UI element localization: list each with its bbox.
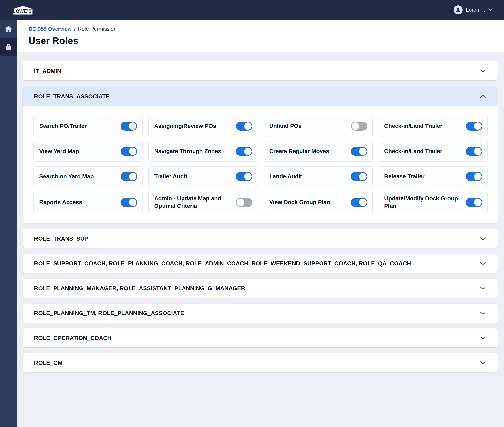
permission-label: Update/Modify Dock Group Plan (384, 195, 462, 210)
breadcrumb-separator: / (74, 26, 76, 32)
lowes-logo-icon: LOWE'S ® (13, 5, 33, 15)
toggle-admin-update-map-optimal-criteria[interactable] (236, 198, 252, 207)
toggle-knob (474, 148, 482, 155)
permission-label: Release Trailer (384, 173, 425, 180)
svg-text:LOWE'S: LOWE'S (13, 9, 32, 14)
toggle-view-yard-map[interactable] (121, 147, 137, 156)
permission-label: Trailer Audit (154, 173, 187, 180)
permission-label: View Yard Map (39, 148, 79, 155)
breadcrumb: DC 955 Overview / Role Permission (29, 26, 492, 32)
user-menu[interactable]: Lorem I. (454, 5, 493, 14)
toggle-check-in-land-trailer-2[interactable] (466, 147, 482, 156)
toggle-knob (244, 122, 252, 130)
permission-label: Navigate Through Zones (154, 148, 221, 155)
top-navbar: LOWE'S ® Lorem I. (0, 0, 504, 20)
permission-label: Admin - Update Map and Optimal Criteria (154, 195, 232, 210)
accordion-label: IT_ADMIN (34, 68, 61, 74)
chevron-down-icon (480, 287, 486, 290)
breadcrumb-current: Role Permission (78, 26, 117, 32)
permission-card: Check-in/Land Trailer (378, 141, 488, 162)
permission-label: Create Regular Moves (269, 148, 329, 155)
toggle-knob (474, 173, 482, 180)
accordion-it-admin[interactable]: IT_ADMIN (23, 61, 497, 80)
toggle-create-regular-moves[interactable] (351, 147, 367, 156)
permission-card: Unland POs (264, 116, 373, 136)
accordion-label: ROLE_TRANS_SUP (34, 236, 88, 242)
toggle-reports-access[interactable] (121, 198, 137, 207)
permission-label: Assigning/Review POs (154, 122, 216, 130)
permission-label: Lande Audit (269, 173, 302, 180)
toggle-navigate-through-zones[interactable] (236, 147, 252, 156)
toggle-view-dock-group-plan[interactable] (351, 198, 367, 207)
chevron-up-icon (480, 95, 486, 98)
person-icon (455, 7, 461, 13)
accordion-label: ROLE_SUPPORT_COACH, ROLE_PLANNING_COACH,… (34, 260, 411, 267)
chevron-down-icon (480, 69, 486, 73)
chevron-down-icon (480, 311, 486, 315)
lock-icon (5, 43, 12, 51)
permission-card: Search PO/Trailer (33, 116, 142, 136)
accordion-label: ROLE_OM (34, 360, 63, 366)
sidebar-item-role-permission[interactable] (0, 38, 17, 56)
toggle-search-po-trailer[interactable] (121, 122, 137, 131)
permission-card: Assigning/Review POs (148, 116, 258, 136)
chevron-down-icon (480, 361, 486, 365)
user-name: Lorem I. (466, 7, 485, 13)
accordion-role-om[interactable]: ROLE_OM (23, 353, 497, 372)
toggle-assigning-review-pos[interactable] (236, 122, 252, 131)
breadcrumb-link-dc-overview[interactable]: DC 955 Overview (29, 26, 72, 32)
toggle-lande-audit[interactable] (351, 172, 367, 181)
accordion-role-support-coach-group[interactable]: ROLE_SUPPORT_COACH, ROLE_PLANNING_COACH,… (23, 254, 497, 273)
svg-text:®: ® (30, 9, 31, 11)
permission-label: Check-in/Land Trailer (384, 122, 442, 130)
accordion-label: ROLE_OPERATION_COACH (34, 335, 111, 341)
accordion-role-trans-associate[interactable]: ROLE_TRANS_ASSOCIATE (23, 86, 497, 107)
toggle-trailer-audit[interactable] (236, 172, 252, 181)
accordion-role-planning-tm-group[interactable]: ROLE_PLANNING_TM, ROLE_PLANNING_ASSOCIAT… (23, 304, 497, 323)
permission-card: Search on Yard Map (33, 166, 142, 187)
permission-label: Unland POs (269, 122, 302, 130)
permission-card: Trailer Audit (148, 166, 258, 187)
permission-card: Lande Audit (264, 166, 373, 187)
toggle-search-on-yard-map[interactable] (121, 172, 137, 181)
toggle-knob (244, 173, 252, 180)
permission-card: Admin - Update Map and Optimal Criteria (148, 191, 258, 213)
avatar (454, 5, 463, 14)
toggle-knob (237, 199, 244, 206)
accordion-role-planning-manager-group[interactable]: ROLE_PLANNING_MANAGER, ROLE_ASSISTANT_PL… (23, 279, 497, 298)
chevron-down-icon (480, 237, 486, 240)
chevron-down-icon (488, 8, 493, 11)
accordion-group-role-trans-associate: ROLE_TRANS_ASSOCIATE Search PO/Trailer A… (23, 86, 497, 223)
accordion-role-trans-sup[interactable]: ROLE_TRANS_SUP (23, 229, 497, 248)
toggle-update-modify-dock-group-plan[interactable] (466, 198, 482, 207)
permission-card: Reports Access (33, 191, 142, 213)
permission-card: Release Trailer (378, 166, 488, 187)
sidebar (0, 20, 17, 427)
permission-card: Create Regular Moves (264, 141, 373, 162)
toggle-knob (359, 173, 367, 180)
permission-label: Search on Yard Map (39, 173, 94, 180)
toggle-knob (359, 148, 367, 155)
home-icon (5, 25, 12, 32)
page-header: DC 955 Overview / Role Permission User R… (17, 20, 504, 52)
permission-card: View Dock Group Plan (264, 191, 373, 213)
toggle-knob (244, 148, 252, 155)
sidebar-item-home[interactable] (0, 20, 17, 38)
toggle-knob (352, 122, 359, 130)
page-title: User Roles (29, 35, 492, 46)
permission-card: View Yard Map (33, 141, 142, 162)
permission-label: Reports Access (39, 199, 82, 206)
toggle-check-in-land-trailer[interactable] (466, 122, 482, 131)
roles-list: IT_ADMIN ROLE_TRANS_ASSOCIATE Search PO/… (17, 52, 504, 427)
chevron-down-icon (480, 262, 486, 265)
accordion-role-operation-coach[interactable]: ROLE_OPERATION_COACH (23, 328, 497, 347)
toggle-knob (359, 199, 367, 206)
main-area: DC 955 Overview / Role Permission User R… (17, 20, 504, 427)
toggle-knob (474, 199, 482, 206)
lowes-logo[interactable]: LOWE'S ® (13, 5, 33, 15)
toggle-release-trailer[interactable] (466, 172, 482, 181)
accordion-label: ROLE_PLANNING_MANAGER, ROLE_ASSISTANT_PL… (34, 285, 245, 292)
toggle-unland-pos[interactable] (351, 122, 367, 131)
permission-card: Navigate Through Zones (148, 141, 258, 162)
permission-label: Search PO/Trailer (39, 122, 87, 130)
